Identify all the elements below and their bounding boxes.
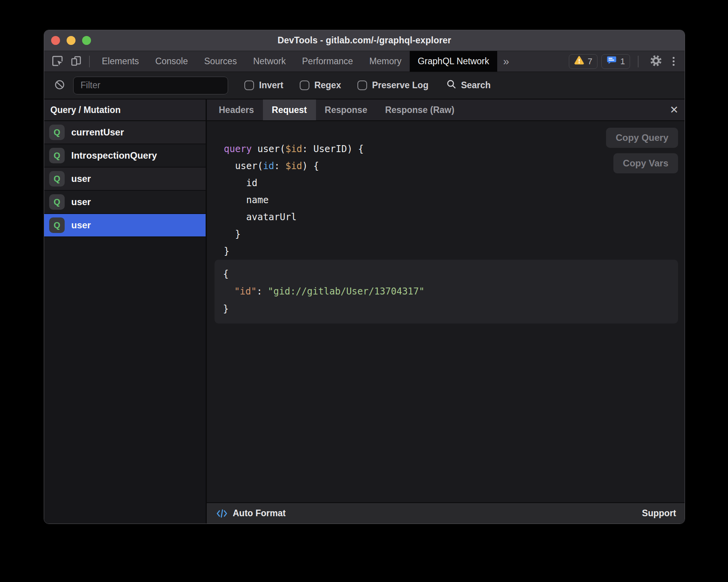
filter-input[interactable] — [73, 77, 228, 94]
checkbox-regex[interactable]: Regex — [300, 80, 341, 91]
code-token — [223, 286, 234, 297]
device-toolbar-icon — [70, 55, 82, 68]
query-name-label: user — [71, 220, 91, 231]
filter-options: InvertRegexPreserve Log — [228, 80, 428, 91]
checkbox-label: Invert — [259, 80, 283, 91]
toolbar-right-group: 7 1 — [569, 51, 685, 72]
detail-tabs: HeadersRequestResponseResponse (Raw)✕ — [207, 99, 685, 121]
detail-tab-response-raw[interactable]: Response (Raw) — [376, 99, 463, 120]
messages-badge[interactable]: 1 — [601, 54, 630, 69]
message-count: 1 — [620, 56, 625, 67]
fullscreen-window-button[interactable] — [82, 36, 91, 45]
support-link[interactable]: Support — [642, 508, 676, 519]
query-variables-code: { "id": "gid://gitlab/User/13704317" } — [223, 265, 670, 318]
code-token: user( — [252, 144, 285, 154]
settings-gear-button[interactable] — [646, 54, 666, 68]
request-code-area: Copy Query Copy Vars query user($id: Use… — [207, 121, 685, 502]
window-title: DevTools - gitlab.com/-/graphql-explorer — [278, 35, 451, 46]
code-token: : — [257, 286, 268, 297]
detail-tab-request[interactable]: Request — [263, 99, 316, 120]
devtools-tab-graphql-network[interactable]: GraphQL Network — [410, 51, 498, 72]
devtools-tab-performance[interactable]: Performance — [294, 51, 361, 72]
checkbox-invert[interactable]: Invert — [244, 80, 283, 91]
code-token: "id" — [234, 286, 257, 297]
code-token: $id — [285, 161, 302, 171]
query-type-badge: Q — [49, 217, 65, 233]
devtools-panel-tabs: ElementsConsoleSourcesNetworkPerformance… — [94, 51, 497, 72]
query-list-item-user[interactable]: Quser — [44, 214, 206, 237]
query-list-item-user[interactable]: Quser — [44, 191, 206, 214]
more-options-kebab-button[interactable] — [670, 57, 678, 66]
code-token: { — [223, 269, 228, 279]
query-type-badge: Q — [49, 125, 65, 140]
minimize-window-button[interactable] — [67, 36, 76, 45]
query-list-item-user[interactable]: Quser — [44, 168, 206, 191]
devtools-tab-console[interactable]: Console — [147, 51, 196, 72]
detail-tab-response[interactable]: Response — [316, 99, 376, 120]
code-token: : — [274, 161, 285, 171]
code-token: "gid://gitlab/User/13704317" — [268, 286, 425, 297]
search-label: Search — [461, 80, 491, 91]
query-type-badge: Q — [49, 171, 65, 187]
gear-icon — [649, 54, 663, 68]
query-variables-box: { "id": "gid://gitlab/User/13704317" } — [215, 260, 678, 324]
search-icon — [446, 79, 457, 92]
inspect-element-button[interactable] — [48, 51, 67, 72]
code-token: avatarUrl — [224, 212, 297, 223]
code-token: } — [223, 303, 228, 314]
block-icon — [54, 79, 65, 91]
query-list: QcurrentUserQIntrospectionQueryQuserQuse… — [44, 121, 206, 237]
sidebar-header: Query / Mutation — [44, 99, 206, 121]
copy-query-button[interactable]: Copy Query — [606, 128, 678, 148]
devtools-tab-elements[interactable]: Elements — [94, 51, 147, 72]
devtools-tab-network[interactable]: Network — [245, 51, 294, 72]
close-window-button[interactable] — [51, 36, 60, 45]
query-name-label: currentUser — [71, 127, 124, 138]
query-list-item-introspectionquery[interactable]: QIntrospectionQuery — [44, 144, 206, 168]
query-name-label: IntrospectionQuery — [71, 150, 157, 161]
warning-icon — [574, 56, 584, 67]
close-detail-button[interactable]: ✕ — [670, 104, 678, 116]
checkbox-preserve-log[interactable]: Preserve Log — [357, 80, 429, 91]
checkbox-icon[interactable] — [357, 80, 367, 90]
code-token: id — [263, 161, 274, 171]
code-token: user( — [224, 161, 263, 171]
query-list-item-currentuser[interactable]: QcurrentUser — [44, 121, 206, 144]
more-tabs-button[interactable]: » — [497, 51, 515, 72]
warnings-badge[interactable]: 7 — [569, 54, 598, 69]
code-token: $id — [285, 144, 302, 154]
copy-vars-button[interactable]: Copy Vars — [613, 153, 678, 173]
checkbox-icon[interactable] — [244, 80, 254, 90]
detail-footer: Auto Format Support — [207, 502, 685, 524]
checkbox-label: Preserve Log — [372, 80, 429, 91]
code-token: } — [224, 246, 229, 257]
query-name-label: user — [71, 197, 91, 207]
message-bubble-icon — [606, 55, 617, 67]
devtools-window: DevTools - gitlab.com/-/graphql-explorer — [44, 30, 685, 524]
code-token: query — [224, 144, 252, 154]
toolbar-separator — [638, 56, 639, 67]
devtools-toolbar: ElementsConsoleSourcesNetworkPerformance… — [44, 51, 685, 72]
auto-format-label[interactable]: Auto Format — [233, 508, 286, 519]
query-type-badge: Q — [49, 194, 65, 210]
filter-bar: InvertRegexPreserve Log Search — [44, 72, 685, 99]
code-token: : UserID) { — [302, 144, 364, 154]
desktop-background: DevTools - gitlab.com/-/graphql-explorer — [0, 0, 728, 582]
checkbox-icon[interactable] — [300, 80, 309, 90]
code-token: id — [224, 178, 258, 188]
titlebar: DevTools - gitlab.com/-/graphql-explorer — [44, 30, 685, 51]
detail-tab-headers[interactable]: Headers — [210, 99, 263, 120]
traffic-lights — [51, 30, 91, 51]
query-sidebar: Query / Mutation QcurrentUserQIntrospect… — [44, 99, 207, 524]
auto-format-icon — [216, 508, 228, 519]
code-token: } — [224, 229, 240, 240]
checkbox-label: Regex — [314, 80, 341, 91]
search-control[interactable]: Search — [446, 79, 491, 92]
clear-requests-button[interactable] — [51, 79, 68, 91]
devtools-tab-sources[interactable]: Sources — [196, 51, 245, 72]
warning-count: 7 — [588, 56, 592, 67]
device-toolbar-button[interactable] — [67, 51, 85, 72]
query-name-label: user — [71, 173, 91, 184]
devtools-tab-memory[interactable]: Memory — [361, 51, 410, 72]
query-type-badge: Q — [49, 148, 65, 163]
